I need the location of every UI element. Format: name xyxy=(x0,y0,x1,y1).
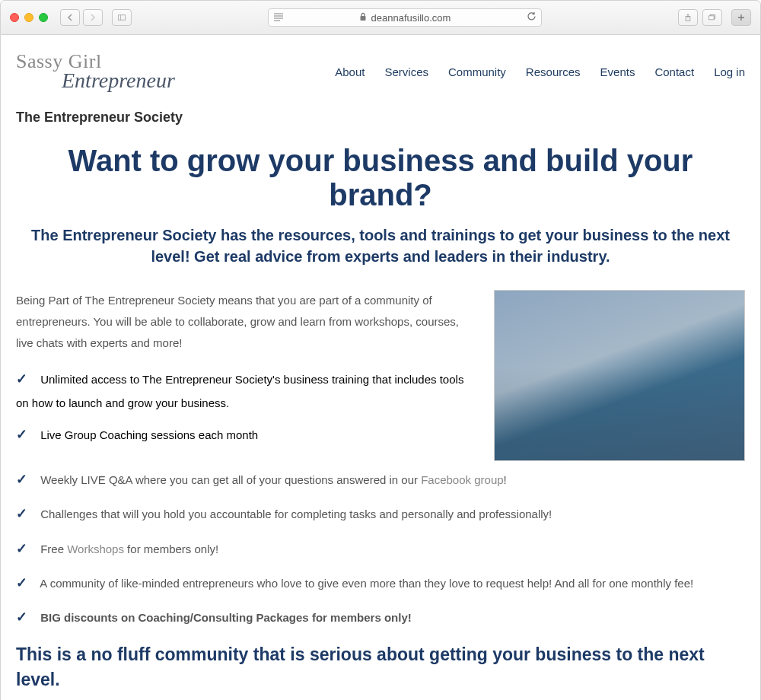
plus-icon xyxy=(737,14,745,21)
tabs-button[interactable] xyxy=(702,9,722,26)
traffic-lights xyxy=(10,13,48,22)
page-content: Sassy Girl Entrepreneur About Services C… xyxy=(0,35,761,700)
reader-icon xyxy=(273,12,284,24)
check-icon: ✓ xyxy=(16,422,37,447)
new-tab-button[interactable] xyxy=(731,9,751,26)
address-bar[interactable]: deannafusillo.com xyxy=(268,8,542,27)
check-item-2: ✓ Live Group Coaching sessions each mont… xyxy=(16,422,476,447)
check-icon: ✓ xyxy=(16,367,37,392)
check-icon: ✓ xyxy=(16,571,37,596)
check-list-continued: ✓ Weekly LIVE Q&A where you can get all … xyxy=(16,467,745,630)
hero-headline: Want to grow your business and build you… xyxy=(16,144,745,212)
nav-community[interactable]: Community xyxy=(448,65,506,78)
intro-paragraph: Being Part of The Entrepreneur Society m… xyxy=(16,290,476,353)
nav-services[interactable]: Services xyxy=(384,65,428,78)
facebook-group-link[interactable]: Facebook group xyxy=(421,473,503,486)
check-text-pre: Free xyxy=(40,542,67,555)
content-row: Being Part of The Entrepreneur Society m… xyxy=(16,290,745,461)
check-item-7: ✓ BIG discounts on Coaching/Consulting P… xyxy=(16,605,745,630)
check-text: Challenges that will you hold you accoun… xyxy=(40,508,552,520)
content-right xyxy=(494,290,745,461)
back-button[interactable] xyxy=(60,9,80,26)
logo-line2: Entrepreneur xyxy=(62,68,175,93)
svg-rect-5 xyxy=(709,16,714,20)
minimize-window-button[interactable] xyxy=(24,13,33,22)
nav-button-group xyxy=(60,9,103,26)
svg-rect-2 xyxy=(360,16,365,21)
site-logo[interactable]: Sassy Girl Entrepreneur xyxy=(16,50,175,93)
page-title: The Entrepreneur Society xyxy=(16,110,745,126)
toolbar-right-group xyxy=(678,9,722,26)
workshops-link[interactable]: Workshops xyxy=(67,542,124,555)
check-icon: ✓ xyxy=(16,605,37,630)
check-item-4: ✓ Challenges that will you hold you acco… xyxy=(16,501,745,527)
check-text-post: ! xyxy=(504,473,507,486)
nav-about[interactable]: About xyxy=(335,65,365,78)
forward-button[interactable] xyxy=(83,9,103,26)
check-item-6: ✓ A community of like-minded entrepreneu… xyxy=(16,571,745,596)
check-text: A community of like-minded entrepreneurs… xyxy=(40,577,693,590)
sidebar-toggle-button[interactable] xyxy=(112,9,132,26)
svg-rect-0 xyxy=(118,15,125,20)
content-left: Being Part of The Entrepreneur Society m… xyxy=(16,290,476,461)
hero-subheadline: The Entrepreneur Society has the resourc… xyxy=(31,224,730,267)
check-text-pre: Weekly LIVE Q&A where you can get all of… xyxy=(40,473,421,486)
share-icon xyxy=(684,14,692,21)
check-item-5: ✓ Free Workshops for members only! xyxy=(16,536,745,562)
close-window-button[interactable] xyxy=(10,13,19,22)
site-header: Sassy Girl Entrepreneur About Services C… xyxy=(16,35,745,100)
check-text: Unlimited access to The Entrepreneur Soc… xyxy=(16,373,463,409)
check-item-1: ✓ Unlimited access to The Entrepreneur S… xyxy=(16,367,476,413)
nav-events[interactable]: Events xyxy=(600,65,635,78)
check-text-post: for members only! xyxy=(124,542,218,555)
check-text: BIG discounts on Coaching/Consulting Pac… xyxy=(40,611,412,624)
sidebar-icon xyxy=(118,14,126,21)
reload-icon[interactable] xyxy=(527,11,537,24)
nav-resources[interactable]: Resources xyxy=(526,65,581,78)
lock-icon xyxy=(359,12,367,24)
nav-contact[interactable]: Contact xyxy=(654,65,694,78)
group-photo xyxy=(494,290,745,461)
chevron-right-icon xyxy=(89,14,97,21)
browser-toolbar: deannafusillo.com xyxy=(0,0,761,35)
chevron-left-icon xyxy=(66,14,74,21)
check-icon: ✓ xyxy=(16,467,37,492)
address-bar-wrap: deannafusillo.com xyxy=(138,8,672,27)
check-item-3: ✓ Weekly LIVE Q&A where you can get all … xyxy=(16,467,745,492)
check-text: Live Group Coaching sessions each month xyxy=(40,428,258,441)
zoom-window-button[interactable] xyxy=(39,13,48,22)
closing-headline: This is a no fluff community that is ser… xyxy=(16,642,745,691)
nav-login[interactable]: Log in xyxy=(714,65,745,78)
check-icon: ✓ xyxy=(16,501,37,527)
tabs-icon xyxy=(708,14,716,21)
url-host: deannafusillo.com xyxy=(371,12,451,24)
share-button[interactable] xyxy=(678,9,698,26)
check-icon: ✓ xyxy=(16,536,37,562)
main-nav: About Services Community Resources Event… xyxy=(335,65,745,78)
